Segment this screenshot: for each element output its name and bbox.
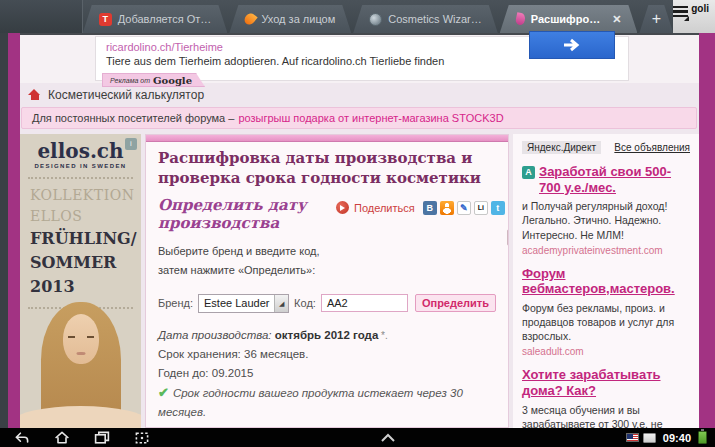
ad-info-icon[interactable]: i <box>125 138 137 150</box>
vk-icon[interactable]: В <box>423 201 437 215</box>
code-label: Код: <box>294 297 316 309</box>
twitter-icon[interactable]: t <box>491 201 505 215</box>
battery-icon <box>698 431 707 444</box>
close-tab-icon[interactable]: ✕ <box>612 13 621 26</box>
ad-line: SOMMER <box>30 251 131 275</box>
ad-cta-button[interactable] <box>529 31 615 59</box>
main-article-panel: Расшифровка даты производства и проверка… <box>145 134 509 428</box>
advertiser-icon: А <box>522 166 535 179</box>
page-area: ricardolino.ch/Tierheime Tiere aus dem T… <box>0 33 715 428</box>
model-lips <box>76 352 85 355</box>
forum-notice-bar: Для постоянных посетителей форума – розы… <box>21 107 697 129</box>
tab-label: Cosmetics Wizar… <box>388 13 482 25</box>
code-input[interactable]: AA2 <box>321 294 408 312</box>
ad-line: KOLLEKTION <box>30 185 131 206</box>
breadcrumb-label[interactable]: Косметический калькулятор <box>48 88 204 102</box>
determine-button[interactable]: Определить <box>415 294 496 312</box>
ellos-banner-ad[interactable]: i ellos.ch DESIGNED IN SWEDEN KOLLEKTION… <box>20 134 141 428</box>
google-ads-badge[interactable]: Реклама от Google <box>102 73 205 87</box>
notice-text: Для постоянных посетителей форума – <box>32 112 234 124</box>
ad-line: 2013 <box>30 275 131 299</box>
tablet-screen: T Добавляется От… Уход за лицом Cosmetic… <box>0 0 715 447</box>
tab-label: Расшифро… <box>531 13 600 25</box>
brand-label: Бренд: <box>158 297 193 309</box>
left-dark-strip <box>0 33 8 428</box>
brand-value: Estee Lauder <box>199 297 274 309</box>
yandex-direct-label[interactable]: Яндекс.Директ <box>522 141 601 154</box>
home-icon[interactable] <box>28 89 41 101</box>
share-label[interactable]: Поделиться <box>354 202 415 214</box>
google-plusone-button[interactable]: g +1 <box>507 229 509 246</box>
tab-dobavlyaetsya[interactable]: T Добавляется От… <box>83 5 228 33</box>
tab-label: Добавляется От… <box>118 13 212 25</box>
ellos-logo: ellos.ch <box>20 141 141 161</box>
screenshot-thumbnail-icon[interactable] <box>643 433 656 443</box>
ad-body: 3 месяца обучения и вы зарабатываете от … <box>522 403 690 428</box>
liveinternet-icon[interactable]: Li <box>474 201 488 215</box>
ad-body: и Получай регулярный доход! Легально. Эт… <box>522 199 690 242</box>
yandex-ad: А Заработай свои 500-700 у.е./мес. и Пол… <box>522 164 690 256</box>
model-shoulders <box>20 406 141 428</box>
tab-uhod-za-licom[interactable]: Уход за лицом <box>229 5 351 33</box>
browser-tab-bar: T Добавляется От… Уход за лицом Cosmetic… <box>0 0 715 33</box>
model-eyes <box>68 336 94 338</box>
t-badge-icon: T <box>99 13 112 26</box>
globe-icon <box>369 13 382 26</box>
livejournal-icon[interactable]: ✎ <box>457 201 471 215</box>
page-title: Расшифровка даты производства и проверка… <box>158 149 496 189</box>
tab-label: Уход за лицом <box>261 13 335 25</box>
new-tab-button[interactable]: + <box>639 5 673 33</box>
result-expiry: Годен до: 09.2015 <box>158 364 496 383</box>
status-clock: 09:40 <box>663 432 691 444</box>
back-icon[interactable] <box>14 431 30 445</box>
tab-cosmetics-wizard[interactable]: Cosmetics Wizar… <box>353 5 498 33</box>
menu-icon[interactable] <box>673 6 688 19</box>
yandex-ad: Форум вебмастеров,мастеров. Форум без ре… <box>522 266 690 358</box>
ad-body: Форум без рекламы, произ. и продавцов то… <box>522 301 690 344</box>
notice-link[interactable]: розыгрыш подарка от интернет-магазина ST… <box>238 112 503 124</box>
ad-title-link[interactable]: Форум вебмастеров,мастеров. <box>522 266 690 297</box>
home-nav-icon[interactable] <box>54 431 70 445</box>
all-ads-link[interactable]: Все объявления <box>614 142 690 153</box>
panel-top-bar <box>146 135 508 142</box>
screenshot-icon[interactable] <box>134 431 150 445</box>
share-row: Поделиться В ✎ Li t i f <box>336 201 509 215</box>
tab-bar-right-area: goli <box>673 0 715 33</box>
android-nav-bar: 09:40 <box>0 428 715 447</box>
ads-by-label: Реклама от <box>110 77 150 84</box>
check-icon: ✔ <box>158 385 169 400</box>
chevron-up-icon[interactable] <box>379 433 397 443</box>
brand-select[interactable]: Estee Lauder ◢ <box>198 294 289 313</box>
left-magenta-strip <box>8 33 20 428</box>
chevron-down-icon: ◢ <box>274 295 288 312</box>
ad-line: ELLOS <box>30 206 131 227</box>
tab-rasshifrovka-active[interactable]: Расшифро… ✕ <box>500 5 638 33</box>
code-value: AA2 <box>327 297 348 309</box>
breadcrumb: Косметический калькулятор <box>28 88 699 102</box>
recent-apps-icon[interactable] <box>94 431 110 445</box>
arrow-right-icon <box>562 38 582 52</box>
ad-line: FRÜHLING/ <box>30 227 131 251</box>
ad-title-link[interactable]: Заработай свои 500-700 у.е./мес. <box>539 164 690 195</box>
google-logo: Google <box>153 75 192 86</box>
ad-url[interactable]: academyprivateinvestment.com <box>522 245 690 256</box>
tab-bar-left-pad <box>0 0 83 33</box>
moimir-icon[interactable]: i <box>508 201 509 215</box>
odnoklassniki-icon[interactable] <box>440 201 454 215</box>
google-ad-row: ricardolino.ch/Tierheime Tiere aus dem T… <box>20 35 699 83</box>
keyboard-language-flag-icon[interactable] <box>626 433 639 442</box>
model-photo <box>20 298 141 428</box>
ad-title-link[interactable]: Хотите зарабатывать дома? Как? <box>522 367 690 398</box>
yandex-direct-sidebar: Яндекс.Директ Все объявления А Заработай… <box>513 134 699 428</box>
result-note: ✔Срок годности вашего продукта истекает … <box>158 383 496 422</box>
share-icon[interactable] <box>336 201 349 214</box>
lookup-results: Дата производства: октябрь 2012 года *. … <box>158 326 496 422</box>
instruction-line: затем нажмите «Определить»: <box>158 261 336 280</box>
instruction-line: Выберите бренд и введите код, <box>158 242 336 261</box>
model-face <box>63 314 99 364</box>
yandex-ad: Хотите зарабатывать дома? Как? 3 месяца … <box>522 367 690 428</box>
section-heading-determine: Определить дату производства <box>158 196 336 234</box>
content-row: i ellos.ch DESIGNED IN SWEDEN KOLLEKTION… <box>20 134 699 428</box>
page-content: ricardolino.ch/Tierheime Tiere aus dem T… <box>20 33 699 428</box>
ad-url[interactable]: saleadult.com <box>522 346 690 357</box>
